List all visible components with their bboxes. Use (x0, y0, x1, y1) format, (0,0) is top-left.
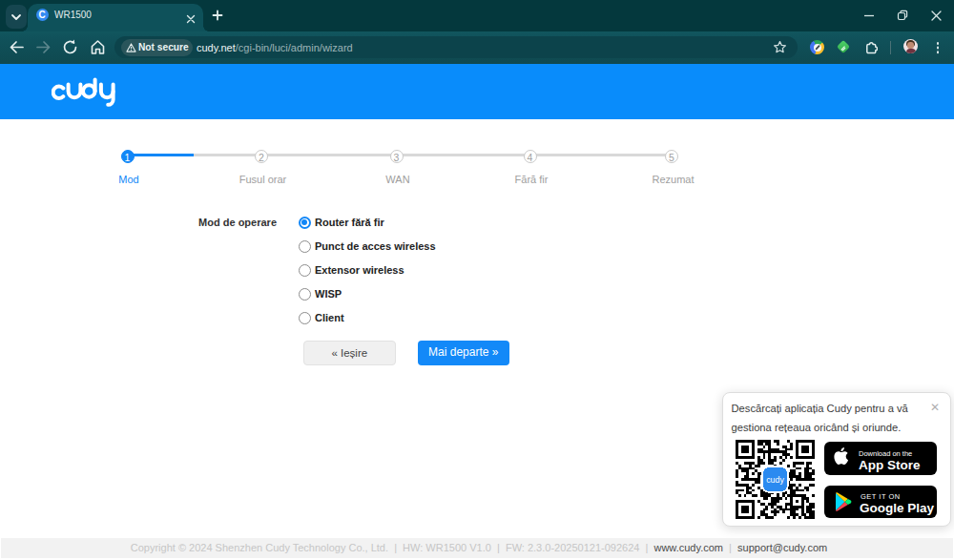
svg-text:cudy: cudy (766, 475, 784, 485)
